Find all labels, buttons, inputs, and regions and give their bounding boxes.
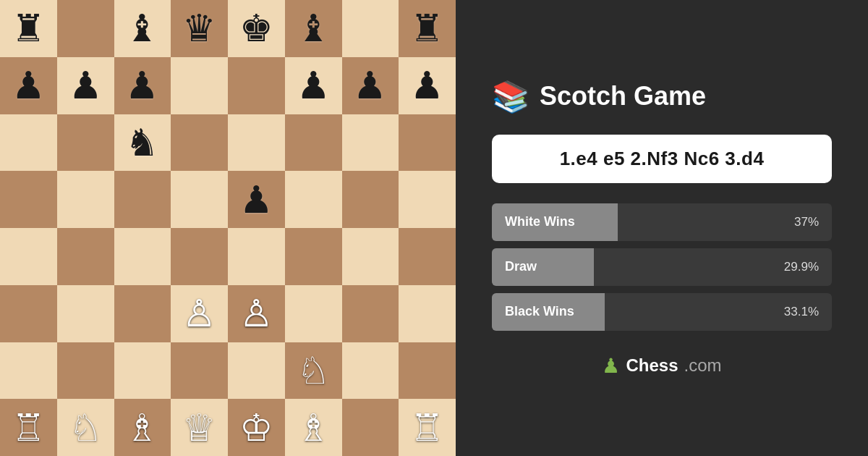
board-cell-33 [57,228,114,285]
info-panel: 📚 Scotch Game 1.e4 e5 2.Nf3 Nc6 3.d4 Whi… [456,0,868,456]
footer: ♟ Chess.com [602,354,721,378]
board-cell-42 [114,285,171,342]
board-cell-10: ♟ [114,57,171,114]
board-cell-48 [0,342,57,400]
site-name: Chess [626,355,678,376]
board-cell-37 [285,228,342,285]
board-cell-30 [342,171,399,228]
board-cell-46 [342,285,399,342]
board-cell-5: ♝ [285,0,342,57]
board-cell-25 [57,171,114,228]
board-cell-19 [171,114,228,172]
board-cell-49 [57,342,114,400]
book-icon: 📚 [492,79,529,114]
stat-pct-0: 37% [794,215,832,229]
board-cell-52 [228,342,285,400]
board-cell-8: ♟ [0,57,57,114]
board-cell-22 [342,114,399,172]
board-cell-55 [399,342,456,400]
board-cell-32 [0,228,57,285]
stat-row-2: Black Wins33.1% [492,293,832,331]
board-cell-29 [285,171,342,228]
board-cell-20 [228,114,285,172]
board-cell-27 [171,171,228,228]
board-cell-15: ♟ [399,57,456,114]
board-cell-38 [342,228,399,285]
board-cell-62 [342,399,399,456]
chess-pawn-logo: ♟ [602,354,620,378]
site-domain: .com [684,355,722,376]
board-cell-58: ♗ [114,399,171,456]
board-cell-24 [0,171,57,228]
board-cell-40 [0,285,57,342]
stat-row-0: White Wins37% [492,203,832,241]
opening-header: 📚 Scotch Game [492,79,706,114]
board-cell-12 [228,57,285,114]
board-cell-44: ♙ [228,285,285,342]
opening-title: Scotch Game [540,81,706,111]
board-cell-35 [171,228,228,285]
board-cell-6 [342,0,399,57]
board-cell-54 [342,342,399,400]
board-cell-0: ♜ [0,0,57,57]
board-cell-23 [399,114,456,172]
board-cell-11 [171,57,228,114]
board-cell-41 [57,285,114,342]
board-cell-9: ♟ [57,57,114,114]
board-cell-56: ♖ [0,399,57,456]
board-cell-43: ♙ [171,285,228,342]
board-cell-39 [399,228,456,285]
board-cell-63: ♖ [399,399,456,456]
board-cell-47 [399,285,456,342]
board-cell-60: ♔ [228,399,285,456]
board-cell-51 [171,342,228,400]
board-cell-59: ♕ [171,399,228,456]
stat-label-1: Draw [492,259,784,274]
board-cell-1 [57,0,114,57]
stats-container: White Wins37%Draw29.9%Black Wins33.1% [492,203,832,331]
board-cell-18: ♞ [114,114,171,172]
board-cell-7: ♜ [399,0,456,57]
stat-row-1: Draw29.9% [492,248,832,286]
board-cell-14: ♟ [342,57,399,114]
chess-board-section: ♜♝♛♚♝♜♟♟♟♟♟♟♞♟♙♙♘♖♘♗♕♔♗♖ [0,0,456,456]
board-cell-61: ♗ [285,399,342,456]
moves-text: 1.e4 e5 2.Nf3 Nc6 3.d4 [560,148,765,169]
chess-board: ♜♝♛♚♝♜♟♟♟♟♟♟♞♟♙♙♘♖♘♗♕♔♗♖ [0,0,456,456]
board-cell-17 [57,114,114,172]
board-cell-26 [114,171,171,228]
board-cell-34 [114,228,171,285]
stat-pct-2: 33.1% [784,305,832,319]
board-cell-45 [285,285,342,342]
board-cell-57: ♘ [57,399,114,456]
board-cell-4: ♚ [228,0,285,57]
board-cell-50 [114,342,171,400]
board-cell-16 [0,114,57,172]
board-cell-36 [228,228,285,285]
board-cell-31 [399,171,456,228]
board-cell-28: ♟ [228,171,285,228]
stat-pct-1: 29.9% [784,260,832,274]
board-cell-3: ♛ [171,0,228,57]
board-cell-2: ♝ [114,0,171,57]
board-cell-53: ♘ [285,342,342,400]
stat-label-0: White Wins [492,214,794,229]
board-cell-13: ♟ [285,57,342,114]
stat-label-2: Black Wins [492,304,784,319]
board-cell-21 [285,114,342,172]
moves-box: 1.e4 e5 2.Nf3 Nc6 3.d4 [492,135,832,183]
